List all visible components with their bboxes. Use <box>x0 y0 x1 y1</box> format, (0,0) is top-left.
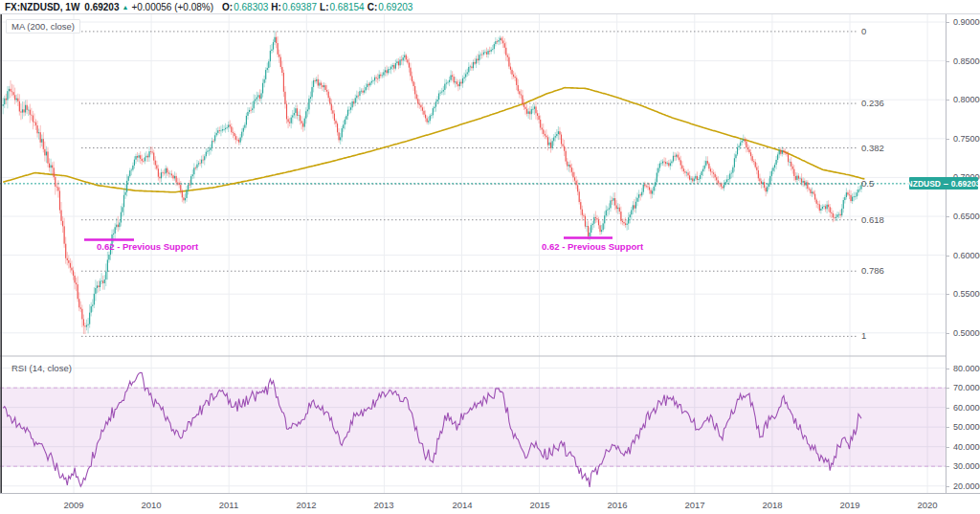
close-label: C: <box>368 2 378 12</box>
price-tag-symbol: NZDUSD <box>907 179 941 189</box>
axis-tick <box>947 466 949 467</box>
year-tick-label: 2019 <box>839 500 859 510</box>
price-tick-label: 0.85000 <box>953 56 980 66</box>
year-tick-label: 2018 <box>762 500 782 510</box>
close-value: 0.69203 <box>378 2 412 12</box>
rsi-tick-label: 50.0000 <box>953 422 980 432</box>
fib-level-label[interactable]: 0.786 <box>861 265 884 276</box>
axis-tick <box>947 216 949 217</box>
year-tick-label: 2017 <box>684 500 704 510</box>
year-tick-label: 2009 <box>63 500 83 510</box>
price-tick-label: 0.80000 <box>953 95 980 104</box>
axis-tick <box>947 427 949 428</box>
open-label: O: <box>222 2 233 12</box>
rsi-indicator-label[interactable]: RSI (14, close) <box>6 361 78 375</box>
axis-tick <box>947 100 949 101</box>
fib-level-label[interactable]: 0 <box>861 26 866 36</box>
price-chart-canvas[interactable] <box>0 0 980 514</box>
high-label: H: <box>271 2 281 12</box>
axis-tick <box>947 333 949 334</box>
symbol-title[interactable]: FX:NZDUSD, 1W <box>5 2 79 12</box>
rsi-tick-label: 70.0000 <box>953 383 980 392</box>
price-tick-label: 0.75000 <box>953 134 980 144</box>
price-tag-value: 0.69203 <box>951 179 980 189</box>
support-annotation[interactable]: 0.62 - Previous Support <box>97 241 198 252</box>
axis-tick <box>947 486 949 487</box>
low-label: L: <box>320 2 328 12</box>
year-tick-label: 2014 <box>452 500 472 510</box>
year-tick-label: 2020 <box>917 500 937 510</box>
axis-tick <box>947 294 949 295</box>
fib-level-label[interactable]: 0.236 <box>861 98 884 108</box>
price-change: +0.00056 (+0.08%) <box>131 2 213 12</box>
price-tag-separator: ‒ <box>944 179 948 189</box>
year-tick-label: 2012 <box>296 500 316 510</box>
high-value: 0.69387 <box>282 2 317 12</box>
year-tick-label: 2011 <box>219 500 238 510</box>
fib-level-label[interactable]: 0.382 <box>861 143 884 153</box>
rsi-tick-label: 20.0000 <box>953 481 980 491</box>
fib-level-label[interactable]: 0.5 <box>861 178 874 189</box>
price-axis[interactable]: 0.900000.850000.800000.750000.700000.650… <box>946 14 980 493</box>
rsi-tick-label: 60.0000 <box>953 403 980 413</box>
fib-level-label[interactable]: 1 <box>861 330 866 341</box>
price-tick-label: 0.65000 <box>953 212 980 221</box>
axis-tick <box>947 139 949 140</box>
year-tick-label: 2016 <box>607 500 627 510</box>
axis-tick <box>947 256 949 257</box>
rsi-tick-label: 30.0000 <box>953 461 980 471</box>
ma-indicator-label[interactable]: MA (200, close) <box>6 19 80 34</box>
rsi-tick-label: 80.0000 <box>953 364 980 373</box>
price-tick-label: 0.60000 <box>953 251 980 260</box>
price-tick-label: 0.90000 <box>953 17 980 27</box>
axis-tick <box>947 369 949 369</box>
axis-tick <box>947 22 949 23</box>
price-tick-label: 0.55000 <box>953 289 980 299</box>
open-value: 0.68303 <box>234 2 268 12</box>
year-tick-label: 2013 <box>373 500 393 510</box>
axis-tick <box>947 447 949 448</box>
last-price: 0.69203 <box>84 2 119 12</box>
axis-tick <box>947 61 949 62</box>
year-tick-label: 2010 <box>141 500 161 510</box>
fib-level-label[interactable]: 0.618 <box>861 214 884 225</box>
chart-header: FX:NZDUSD, 1W 0.69203 ▲ +0.00056 (+0.08%… <box>0 0 980 14</box>
rsi-tick-label: 40.0000 <box>953 442 980 452</box>
support-annotation[interactable]: 0.62 - Previous Support <box>542 241 643 252</box>
low-value: 0.68154 <box>330 2 365 12</box>
up-arrow-icon: ▲ <box>122 4 129 11</box>
time-axis[interactable]: 2009201020112012201320142015201620172018… <box>0 493 980 514</box>
trading-chart-app: { "header": { "symbol": "FX:NZDUSD, 1W",… <box>0 0 980 514</box>
current-price-tag: NZDUSD ‒ 0.69203 <box>909 177 978 190</box>
year-tick-label: 2015 <box>529 500 549 510</box>
price-tick-label: 0.50000 <box>953 328 980 338</box>
axis-tick <box>947 408 949 409</box>
axis-tick <box>947 388 949 389</box>
